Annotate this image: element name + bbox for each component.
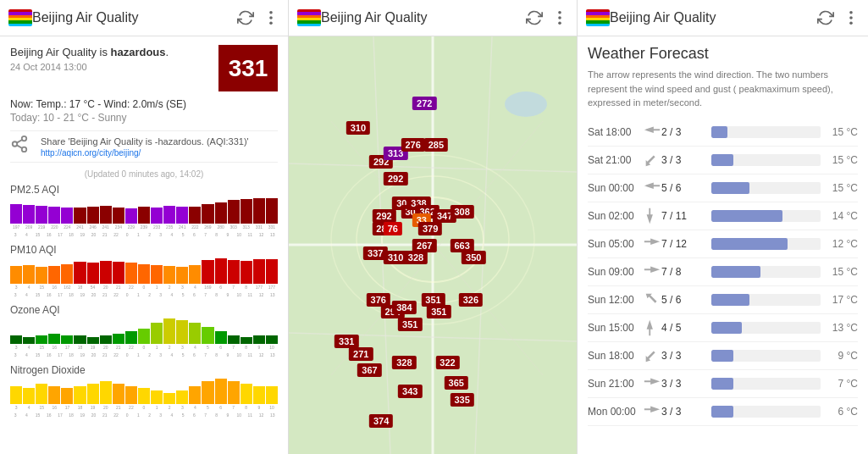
forecast-arrow-icon: [643, 235, 661, 253]
forecast-wind-value: 3 / 3: [661, 154, 708, 166]
x-label: 4: [21, 232, 31, 237]
more-button-mid[interactable]: [551, 8, 568, 28]
bar-item: [125, 208, 137, 224]
bar-item: [202, 260, 213, 284]
bar-item: [125, 331, 137, 344]
more-button-right[interactable]: [843, 8, 860, 28]
forecast-row: Sat 21:00 3 / 3 15 °C: [588, 147, 858, 174]
bar-label: 241: [176, 224, 188, 230]
forecast-bar-fill: [711, 322, 742, 334]
refresh-button-right[interactable]: [815, 8, 836, 28]
svg-marker-28: [646, 155, 655, 166]
bar-label: 235: [163, 224, 175, 230]
forecast-bar: [711, 378, 821, 390]
x-label: 3: [10, 292, 20, 297]
bar-item: [266, 335, 278, 344]
x-label: 18: [66, 292, 76, 297]
bar-label: 7: [228, 345, 240, 350]
bar-item: [151, 265, 163, 284]
aqi-marker: 384: [392, 301, 416, 314]
bar-label: 246: [87, 224, 99, 230]
forecast-bar: [711, 238, 821, 250]
forecast-rows: Sat 18:00 2 / 3 15 °C Sat 21:00 3 / 3 15…: [588, 119, 858, 426]
bar-item: [228, 335, 240, 344]
bar-label: 313: [240, 224, 252, 230]
now-info: Now: Temp.: 17 °C - Wind: 2.0m/s (SE): [10, 98, 278, 110]
bar-item: [23, 337, 35, 344]
x-label: 5: [178, 232, 188, 237]
forecast-wind-value: 3 / 3: [661, 406, 708, 418]
aqi-marker: 276: [401, 138, 424, 152]
forecast-bar-fill: [711, 294, 749, 306]
panel-mid: Beijing Air Quality: [289, 0, 578, 454]
bar-item: [266, 198, 278, 224]
bar-label: 17: [61, 405, 73, 410]
x-label: 3: [10, 412, 20, 418]
bar-label: 20: [100, 405, 112, 410]
forecast-arrow-icon: [643, 151, 661, 169]
bar-label: 16: [48, 345, 60, 350]
bar-label: 220: [48, 224, 60, 230]
forecast-temperature: 15 °C: [824, 266, 858, 278]
forecast-bar: [711, 350, 821, 362]
header-right: Beijing Air Quality: [578, 0, 868, 36]
x-label: 6: [189, 292, 199, 297]
x-label: 3: [156, 352, 166, 357]
forecast-wind-value: 4 / 5: [661, 322, 708, 334]
bar-item: [138, 264, 150, 284]
x-label: 20: [88, 292, 98, 297]
forecast-temperature: 14 °C: [824, 210, 858, 222]
bar-label: 4: [189, 405, 201, 410]
x-label: 2: [144, 352, 154, 357]
x-label: 22: [111, 352, 121, 357]
pm25-chart-section: PM2.5 AQI 197209219220224241246241234229…: [10, 184, 278, 239]
x-label: 16: [44, 292, 54, 297]
x-label: 6: [189, 232, 199, 237]
x-label: 0: [122, 352, 132, 357]
more-button-left[interactable]: [263, 8, 279, 28]
aqi-marker: 310: [346, 121, 370, 135]
refresh-button-left[interactable]: [235, 8, 256, 28]
bar-label: 239: [138, 224, 150, 230]
bar-item: [36, 335, 47, 344]
bar-label: 9: [253, 345, 265, 350]
bar-item: [253, 198, 265, 224]
forecast-bar-fill: [711, 266, 760, 278]
bar-item: [100, 261, 112, 284]
aqi-marker: 272: [412, 97, 436, 110]
x-label: 8: [212, 352, 222, 357]
x-label: 15: [32, 292, 42, 297]
no2-label: Nitrogen Dioxide: [10, 364, 278, 376]
aqi-row: Beijing Air Quality is hazardous. 24 Oct…: [10, 45, 278, 91]
x-label: 10: [234, 292, 244, 297]
bar-label: 1: [151, 345, 163, 350]
forecast-time: Mon 00:00: [588, 406, 643, 418]
bar-item: [240, 199, 252, 224]
x-label: 4: [167, 352, 177, 357]
x-label: 0: [122, 232, 132, 237]
aqi-marker: 76: [384, 222, 402, 235]
forecast-bar: [711, 154, 821, 166]
map-container[interactable]: 2723102923132922762852923073043383623337…: [289, 36, 577, 454]
x-label: 6: [189, 352, 199, 357]
forecast-arrow-icon: [643, 123, 661, 141]
x-label: 19: [77, 292, 87, 297]
bar-label: 234: [113, 224, 124, 230]
svg-marker-37: [644, 406, 660, 412]
bar-label: 16: [48, 405, 60, 410]
bar-item: [253, 335, 265, 344]
bar-item: [189, 265, 201, 284]
x-label: 4: [21, 292, 31, 297]
bar-label: 10: [266, 405, 278, 410]
no2-chart-section: Nitrogen Dioxide 34151617181920212201234…: [10, 364, 278, 419]
forecast-temperature: 15 °C: [824, 126, 858, 138]
forecast-title: Weather Forecast: [588, 45, 858, 63]
x-label: 4: [21, 412, 31, 418]
aqi-marker: 271: [349, 347, 373, 361]
refresh-button-mid[interactable]: [524, 8, 545, 28]
bar-label: 2: [163, 405, 175, 410]
aqi-marker: 374: [369, 414, 393, 428]
bar-label: 16: [48, 285, 60, 290]
bar-item: [151, 208, 163, 224]
x-label: 3: [156, 232, 166, 237]
